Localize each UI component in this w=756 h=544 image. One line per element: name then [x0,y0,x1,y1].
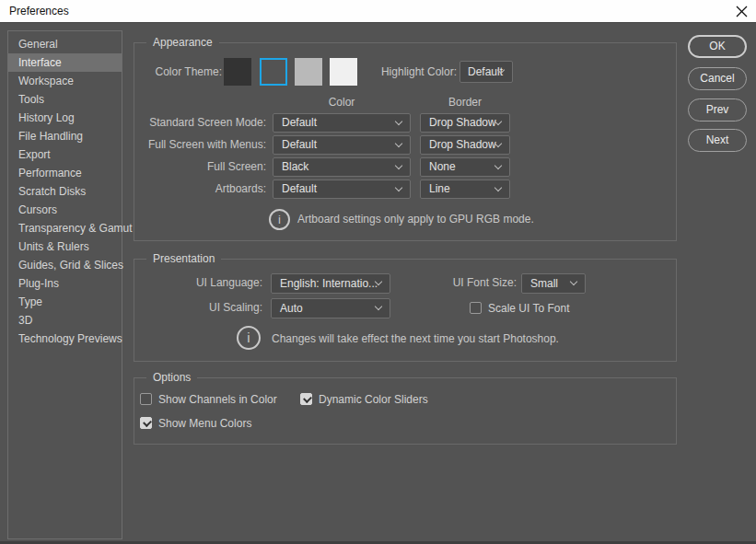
full-screen-color-dropdown[interactable]: Black [273,157,411,177]
artboards-color-dropdown[interactable]: Default [273,179,411,199]
sidebar-item-general[interactable]: General [8,35,122,53]
sidebar-item-3d[interactable]: 3D [8,311,122,330]
standard-screen-mode-border-dropdown[interactable]: Drop Shadow [420,113,510,133]
ui-language-label: UI Language: [134,276,262,289]
next-button[interactable]: Next [688,129,747,152]
show-menu-colors-checkbox[interactable] [140,417,152,429]
chevron-down-icon [494,183,502,191]
appearance-legend: Appearance [146,36,219,49]
close-icon[interactable] [735,5,749,18]
artboards-border-dropdown[interactable]: Line [420,179,510,199]
full-screen-with-menus-border-dropdown[interactable]: Drop Shadow [420,135,510,155]
appearance-group: Appearance Color Theme: Highlight Color:… [134,42,677,241]
ok-button[interactable]: OK [688,35,747,58]
chevron-down-icon [395,117,402,124]
presentation-legend: Presentation [146,252,221,265]
chevron-down-icon [375,303,382,310]
full-screen-border-dropdown[interactable]: None [420,157,510,177]
sidebar-item-file-handling[interactable]: File Handling [8,127,122,145]
highlight-color-dropdown[interactable]: Default [459,61,513,83]
info-icon: i [237,326,261,350]
sidebar-item-units-rulers[interactable]: Units & Rulers [8,237,122,256]
color-column-header: Color [273,96,411,109]
sidebar-item-type[interactable]: Type [8,293,122,311]
scale-ui-to-font-checkbox[interactable] [470,302,482,314]
artboards-label: Artboards: [134,182,266,195]
show-channels-in-color-label: Show Channels in Color [158,393,277,406]
show-menu-colors-label: Show Menu Colors [158,417,251,430]
info-icon: i [269,209,290,230]
ui-language-dropdown[interactable]: English: Internatio... [271,273,390,294]
standard-screen-mode-color-dropdown[interactable]: Default [273,113,411,133]
window-title: Preferences [9,0,69,23]
color-theme-swatch-light[interactable] [295,58,322,86]
sidebar-item-export[interactable]: Export [8,145,122,164]
standard-screen-mode-label: Standard Screen Mode: [134,116,266,129]
title-bar: Preferences [0,0,756,23]
dynamic-color-sliders-label: Dynamic Color Sliders [319,393,428,406]
color-theme-swatch-medium-dark-selected[interactable] [260,58,287,86]
border-column-header: Border [420,96,510,109]
ui-font-size-label: UI Font Size: [434,276,517,289]
sidebar-item-tools[interactable]: Tools [8,90,122,109]
chevron-down-icon [494,161,502,168]
restart-info-text: Changes will take effect the next time y… [272,332,559,345]
sidebar-item-scratch-disks[interactable]: Scratch Disks [8,182,122,201]
scale-ui-to-font-label: Scale UI To Font [488,302,570,315]
sidebar-item-history-log[interactable]: History Log [8,109,122,127]
sidebar-item-workspace[interactable]: Workspace [8,72,122,90]
dynamic-color-sliders-checkbox[interactable] [300,393,312,405]
color-theme-swatch-lightest[interactable] [330,58,357,86]
prev-button[interactable]: Prev [688,98,747,122]
presentation-group: Presentation UI Language: English: Inter… [134,259,677,362]
sidebar-item-plug-ins[interactable]: Plug-Ins [8,274,122,293]
sidebar-item-cursors[interactable]: Cursors [8,201,122,219]
chevron-down-icon [570,278,577,285]
sidebar-item-transparency-gamut[interactable]: Transparency & Gamut [8,219,122,237]
color-theme-swatch-dark[interactable] [224,58,251,86]
options-group: Options Show Channels in Color Dynamic C… [134,377,677,445]
ui-scaling-dropdown[interactable]: Auto [271,298,390,318]
chevron-down-icon [395,139,402,146]
sidebar-item-technology-previews[interactable]: Technology Previews [8,330,122,348]
ui-scaling-label: UI Scaling: [134,301,262,314]
cancel-button[interactable]: Cancel [688,67,747,90]
preferences-dialog: Preferences General Interface Workspace … [0,0,756,544]
full-screen-label: Full Screen: [134,160,266,173]
preferences-sidebar: General Interface Workspace Tools Histor… [7,30,122,539]
chevron-down-icon [395,183,402,191]
options-legend: Options [146,371,197,384]
color-theme-label: Color Theme: [139,65,222,78]
full-screen-with-menus-label: Full Screen with Menus: [134,138,266,151]
show-channels-in-color-checkbox[interactable] [140,393,152,405]
ui-font-size-dropdown[interactable]: Small [521,273,586,294]
sidebar-item-performance[interactable]: Performance [8,164,122,182]
highlight-color-label: Highlight Color: [369,65,457,78]
artboard-info-text: Artboard settings only apply to GPU RGB … [297,213,534,226]
full-screen-with-menus-color-dropdown[interactable]: Default [273,135,411,155]
sidebar-item-guides-grid-slices[interactable]: Guides, Grid & Slices [8,256,122,274]
sidebar-item-interface[interactable]: Interface [8,53,122,72]
chevron-down-icon [395,161,402,168]
